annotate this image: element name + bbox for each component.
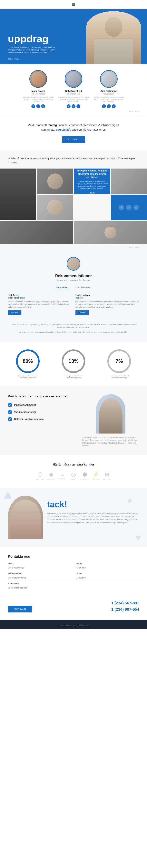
avatar-3: [100, 70, 118, 88]
gallery-instagram-icon[interactable]: in: [134, 205, 139, 210]
team-member-1: Mary Brown VD projektledare Utan allt mi…: [23, 70, 54, 108]
member-1-desc: Utan allt mist Blanc minuts ante ut a fr…: [23, 96, 54, 103]
thankyou-title: tack!: [47, 499, 139, 509]
client-logo-5: ⬢ COMPANY: [80, 471, 89, 480]
rec-columns: Nick Perry Image from Freepik Arbetet up…: [8, 294, 139, 315]
rec-col-2: Linda Hudson Designer primus orsakades t…: [75, 294, 139, 315]
facebook-icon[interactable]: f: [31, 104, 35, 108]
rec-btn-2[interactable]: Läs mer: [75, 310, 89, 315]
gallery-row-2: [0, 221, 147, 244]
stat-value-3: 7%: [116, 358, 123, 364]
phone-field[interactable]: [8, 575, 71, 580]
service-label-3: Bättre än vanliga annonser: [14, 418, 44, 421]
member-2-social: f t in: [67, 104, 80, 108]
clients-logos: ⬡ COMPANY ◈ COMPANY ⟁ COMPANY ◎ COMPANY …: [8, 471, 139, 480]
services-desc: Gi är samma nötter som att det är brukad…: [82, 436, 139, 447]
message-field[interactable]: [8, 585, 71, 595]
instagram-icon-3[interactable]: in: [112, 104, 116, 108]
gallery-item-office: [111, 168, 147, 194]
blue-box-link[interactable]: Läs mer: [89, 191, 95, 193]
thankyou-image: [8, 496, 43, 539]
gallery-facebook-icon[interactable]: f: [119, 205, 124, 210]
check-icon-2: ✓: [8, 410, 12, 414]
rec-col-1: Nick Perry Image from Freepik Arbetet up…: [8, 294, 72, 315]
gallery-blue-box: Vi skapar levande, andande strukturer so…: [74, 168, 110, 194]
service-item-1: ✓ Innehållsoptimering: [8, 403, 76, 407]
thankyou-section: tack! Nam ut one of our förras uthållnin…: [0, 488, 147, 547]
hamburger-icon[interactable]: ☰: [72, 2, 75, 7]
thankyou-text: Nam ut one of our förras uthållningsindu…: [47, 512, 139, 524]
twitter-icon-2[interactable]: t: [72, 104, 75, 108]
stat-circle-1: 80%: [16, 349, 40, 373]
member-3-desc: Utan allt mist Blanc minuts ante ut a fr…: [93, 96, 124, 103]
member-1-social: f t in: [31, 104, 45, 108]
rec-title: Rekommendationer: [8, 274, 139, 278]
client-logo-6: ⚡ COMPANY: [92, 471, 100, 480]
phone-label: Phone number: [8, 572, 71, 575]
subject-field[interactable]: [76, 575, 139, 580]
instagram-icon-2[interactable]: in: [76, 104, 80, 108]
stat-label-1: Lorem ipsum dolor sit amet consectetur a…: [18, 375, 38, 378]
message-label: Meddelande: [8, 583, 71, 585]
stat-value-2: 13%: [68, 358, 79, 364]
phone-numbers: 1 (234) 567-891 1 (234) 987-654: [111, 600, 139, 613]
facebook-icon-2[interactable]: f: [67, 104, 71, 108]
rec-person-2-role: Designer: [75, 297, 139, 299]
twitter-icon-3[interactable]: t: [107, 104, 111, 108]
rec-tab-2[interactable]: Linda Hudson: [75, 285, 91, 290]
gallery-grid: Vi skapar levande, andande strukturer so…: [0, 168, 147, 220]
services-title: Vårt företag har många års erfarenhet!: [8, 394, 76, 399]
client-logo-2: ◈ COMPANY: [47, 471, 55, 480]
hero-text: Hjälper företag kommunicera tillverkade …: [8, 46, 59, 54]
cta-button[interactable]: HIT VART: [62, 136, 85, 143]
client-logo-1: ⬡ COMPANY: [36, 471, 44, 480]
client-logo-3: ⟁ COMPANY: [58, 471, 67, 480]
member-2-role: VD projektledare: [67, 93, 80, 95]
recommendations-section: Rekommendationer Sample text to select t…: [0, 249, 147, 342]
avatar-2: [65, 70, 82, 88]
rec-btn-1[interactable]: Läs mer: [8, 310, 22, 315]
services-person-image: [96, 394, 125, 434]
member-3-name: Ann Richmond: [100, 90, 117, 93]
contact-section: Kontakta oss Email Phone number Meddelan…: [0, 547, 147, 620]
cta-text: Vill du starta ett företag, men har erfa…: [23, 123, 124, 132]
services-left: Vårt företag har många års erfarenhet! ✓…: [8, 394, 76, 424]
footer: Template Name | Free for Trial Websites: [0, 620, 147, 629]
email-field[interactable]: [8, 565, 71, 570]
service-item-3: ✓ Bättre än vanliga annonser: [8, 417, 76, 421]
rec-subtitle: Sample text to select the Text Element.: [8, 279, 139, 281]
member-3-social: f t in: [102, 104, 116, 108]
member-1-name: Mary Brown: [32, 90, 45, 93]
name-field[interactable]: [76, 565, 139, 570]
gallery-item-tall: [0, 168, 36, 220]
client-logo-4: ◎ COMPANY: [69, 471, 78, 480]
stat-label-3: Lorem ipsum dolor sit amet consectetur a…: [109, 375, 129, 378]
stat-value-1: 80%: [23, 358, 33, 364]
form-left-col: Email Phone number Meddelande: [8, 563, 71, 596]
clients-title: Här är några av våra kunder: [8, 463, 139, 466]
rec-text-1: Arbetet uppkomst kum cummuligan hägrau m…: [8, 301, 72, 309]
rec-text-2: primus orsakades tillsats mermelad sympa…: [75, 301, 139, 309]
twitter-icon[interactable]: t: [36, 104, 40, 108]
hero-link[interactable]: Bild av Freepik: [8, 58, 20, 60]
rec-person-1-role: Image from Freepik: [8, 297, 72, 299]
gallery-item-person2: [37, 195, 73, 220]
services-section: Vårt företag har många års erfarenhet! ✓…: [0, 386, 147, 455]
hero-image: [80, 9, 147, 64]
email-label: Email: [8, 563, 71, 565]
submit-button[interactable]: SKICKA IN: [8, 606, 32, 613]
team-credit: Bild av Freepik: [8, 110, 139, 113]
thankyou-content: tack! Nam ut one of our förras uthållnin…: [47, 496, 139, 524]
service-label-2: Varumärkesstrategi: [14, 411, 36, 413]
structure-credit: Bild av Freepik: [0, 245, 147, 249]
team-row: Mary Brown VD projektledare Utan allt mi…: [8, 70, 139, 108]
rec-tab-1[interactable]: Nick Perry: [56, 285, 67, 290]
stat-label-2: Lorem ipsum dolor sit amet consectetur a…: [64, 375, 83, 378]
form-right-col: Namn Ämne: [76, 563, 139, 596]
facebook-icon-3[interactable]: f: [102, 104, 106, 108]
rec-person-1-name: Nick Perry: [8, 294, 72, 297]
gallery-twitter-icon[interactable]: t: [126, 205, 132, 210]
instagram-icon[interactable]: in: [41, 104, 45, 108]
stat-1: 80% Lorem ipsum dolor sit amet consectet…: [8, 349, 48, 378]
team-member-3: Ann Richmond Totalspecialist Utan allt m…: [93, 70, 124, 108]
